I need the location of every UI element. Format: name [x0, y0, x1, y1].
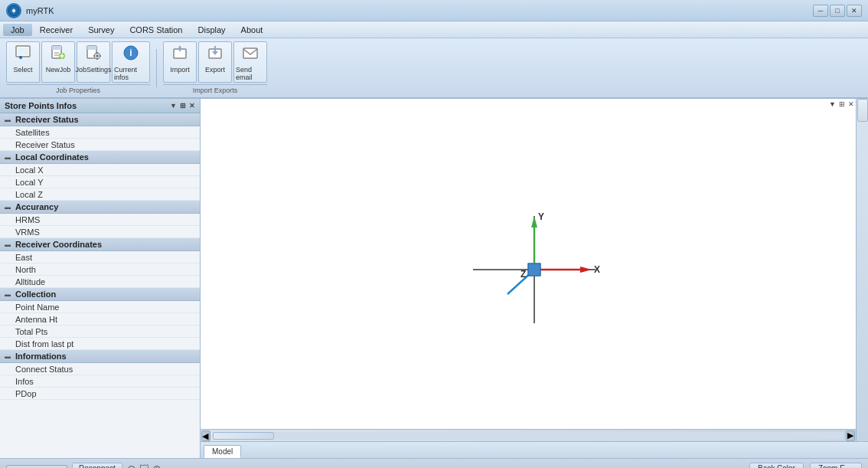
status-bar: Reconnect ⊖ 🛡 ⊕ Back Color Zoom E ...: [0, 458, 868, 468]
toolbar-buttons-job: Select NewJob: [6, 41, 150, 83]
tree-item-antenna-ht: Antenna Ht: [0, 313, 200, 326]
minimize-button[interactable]: ─: [813, 5, 828, 17]
menu-item-job[interactable]: Job: [3, 24, 32, 36]
main-area: Store Points Infos ▼ ⊞ ✕ ▬ Receiver Stat…: [0, 99, 868, 458]
close-button[interactable]: ✕: [847, 5, 862, 17]
collapse-accurancy-icon: ▬: [5, 204, 12, 211]
title-bar-left: myRTK: [6, 3, 54, 18]
tree-item-satellites: Satellites: [0, 126, 200, 139]
scroll-arrow-left[interactable]: ◀: [201, 430, 210, 441]
restore-button[interactable]: □: [830, 5, 845, 17]
new-job-icon: [50, 44, 67, 64]
export-button[interactable]: Export: [198, 41, 232, 83]
menu-item-display[interactable]: Display: [191, 24, 233, 36]
select-button[interactable]: Select: [6, 41, 40, 83]
tree-item-connect-status: Connect Status: [0, 363, 200, 375]
collapse-receiver-coords-icon: ▬: [5, 241, 12, 248]
new-job-button[interactable]: NewJob: [41, 41, 75, 83]
import-button[interactable]: Import: [163, 41, 197, 83]
bottom-tabs: Model: [201, 441, 868, 458]
panel-close-icon[interactable]: ✕: [189, 102, 195, 110]
import-exports-label: Import Exports: [163, 84, 267, 94]
reconnect-button[interactable]: Reconnect: [72, 463, 122, 468]
section-informations[interactable]: ▬ Informations: [0, 350, 200, 363]
viewport: Y X Z ◀: [201, 99, 868, 441]
back-color-button[interactable]: Back Color: [749, 463, 804, 468]
status-left: Reconnect ⊖ 🛡 ⊕: [6, 463, 162, 469]
send-email-button[interactable]: Send email: [233, 41, 267, 83]
viewport-scrollbar-right[interactable]: [856, 99, 868, 441]
section-accurancy[interactable]: ▬ Accurancy: [0, 201, 200, 214]
section-collection[interactable]: ▬ Collection: [0, 288, 200, 301]
viewport-pin-icon[interactable]: ⊞: [839, 100, 845, 108]
svg-text:X: X: [594, 264, 600, 275]
tree-item-north: North: [0, 263, 200, 276]
current-infos-label: Current infos: [114, 66, 148, 81]
app-icon: [6, 3, 21, 18]
section-accurancy-label: Accurancy: [15, 202, 58, 211]
toolbar-group-import-exports: Import Export: [163, 41, 267, 94]
zoom-e-button[interactable]: Zoom E ...: [810, 463, 862, 468]
collapse-local-coords-icon: ▬: [5, 154, 12, 161]
collapse-collection-icon: ▬: [5, 291, 12, 298]
collapse-informations-icon: ▬: [5, 353, 12, 360]
tree-item-local-y: Local Y: [0, 176, 200, 188]
select-label: Select: [13, 66, 32, 74]
toolbar-separator-1: [156, 49, 157, 87]
shield-icon: 🛡: [139, 463, 149, 468]
status-progress-bar: [6, 465, 67, 469]
section-receiver-coordinates[interactable]: ▬ Receiver Coordinates: [0, 238, 200, 251]
panel-pin-icon[interactable]: ⊞: [180, 102, 186, 110]
left-panel-title: Store Points Infos: [5, 101, 77, 110]
tree-content: ▬ Receiver Status Satellites Receiver St…: [0, 113, 200, 458]
viewport-close-icon[interactable]: ✕: [848, 100, 854, 108]
collapse-receiver-status-icon: ▬: [5, 116, 12, 123]
section-local-coordinates-label: Local Coordinates: [15, 152, 89, 162]
section-receiver-status[interactable]: ▬ Receiver Status: [0, 113, 200, 126]
title-bar: myRTK ─ □ ✕: [0, 0, 868, 21]
axis-diagram: Y X Z: [465, 201, 603, 340]
section-receiver-status-label: Receiver Status: [15, 115, 79, 124]
svg-point-1: [12, 9, 15, 12]
menu-item-cors-station[interactable]: CORS Station: [122, 24, 190, 36]
title-controls: ─ □ ✕: [813, 5, 862, 17]
tree-item-east: East: [0, 251, 200, 263]
job-settings-button[interactable]: JobSettings: [77, 41, 110, 83]
current-infos-button[interactable]: i Current infos: [112, 41, 150, 83]
tree-item-dist-from-last-pt: Dist from last pt: [0, 338, 200, 350]
tree-item-point-name: Point Name: [0, 301, 200, 313]
menu-item-about[interactable]: About: [233, 24, 271, 36]
menu-item-receiver[interactable]: Receiver: [32, 24, 80, 36]
plus-circle-icon[interactable]: ⊕: [152, 463, 162, 469]
new-job-label: NewJob: [46, 66, 71, 74]
svg-rect-40: [528, 263, 540, 276]
right-panel: ▼ ⊞ ✕ Y: [201, 99, 868, 458]
viewport-dropdown-icon[interactable]: ▼: [829, 100, 836, 108]
scroll-arrow-right[interactable]: ▶: [846, 430, 855, 441]
tree-item-vrms: VRMS: [0, 226, 200, 238]
panel-dropdown-icon[interactable]: ▼: [170, 102, 177, 110]
send-email-label: Send email: [236, 66, 265, 81]
toolbar-group-job-properties: Select NewJob: [6, 41, 150, 94]
import-label: Import: [170, 66, 190, 74]
tree-item-local-x: Local X: [0, 164, 200, 176]
export-label: Export: [205, 66, 225, 74]
viewport-scrollbar-bottom[interactable]: ◀ ▶: [201, 429, 856, 441]
menu-bar: Job Receiver Survey CORS Station Display…: [0, 21, 868, 38]
job-properties-label: Job Properties: [6, 84, 150, 94]
tree-item-local-z: Local Z: [0, 188, 200, 201]
circle-minus-icon[interactable]: ⊖: [127, 463, 136, 469]
section-collection-label: Collection: [15, 290, 56, 299]
tab-model[interactable]: Model: [204, 445, 241, 458]
toolbar-buttons-imports: Import Export: [163, 41, 267, 83]
svg-text:Y: Y: [538, 211, 544, 222]
tree-item-receiver-status: Receiver Status: [0, 139, 200, 151]
left-panel: Store Points Infos ▼ ⊞ ✕ ▬ Receiver Stat…: [0, 99, 201, 458]
scroll-thumb-right[interactable]: [857, 99, 868, 122]
job-settings-label: JobSettings: [75, 66, 111, 74]
status-icons: ⊖ 🛡 ⊕: [127, 463, 162, 469]
section-local-coordinates[interactable]: ▬ Local Coordinates: [0, 151, 200, 164]
menu-item-survey[interactable]: Survey: [80, 24, 122, 36]
scroll-thumb-bottom[interactable]: [213, 432, 274, 440]
svg-text:i: i: [129, 47, 132, 58]
